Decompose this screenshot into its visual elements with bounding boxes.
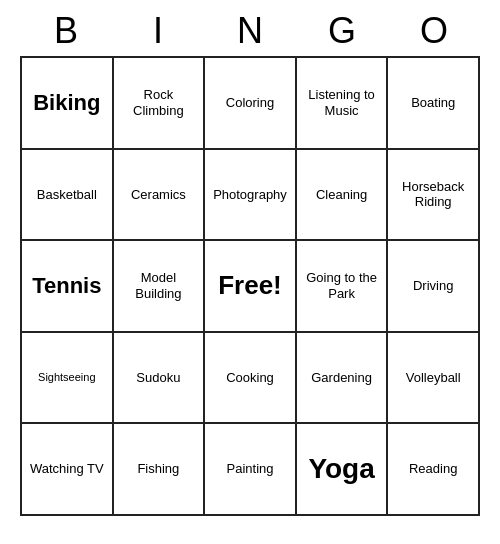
- title-letter: G: [298, 10, 386, 52]
- title-letter: N: [206, 10, 294, 52]
- bingo-cell-9: Horseback Riding: [388, 150, 480, 242]
- bingo-cell-22: Painting: [205, 424, 297, 516]
- title-letter: B: [22, 10, 110, 52]
- bingo-cell-1: Rock Climbing: [114, 58, 206, 150]
- title-letter: I: [114, 10, 202, 52]
- bingo-cell-19: Volleyball: [388, 333, 480, 425]
- bingo-cell-5: Basketball: [22, 150, 114, 242]
- bingo-cell-7: Photography: [205, 150, 297, 242]
- bingo-cell-6: Ceramics: [114, 150, 206, 242]
- bingo-cell-13: Going to the Park: [297, 241, 389, 333]
- bingo-cell-4: Boating: [388, 58, 480, 150]
- bingo-cell-24: Reading: [388, 424, 480, 516]
- bingo-cell-17: Cooking: [205, 333, 297, 425]
- bingo-cell-0: Biking: [22, 58, 114, 150]
- bingo-cell-2: Coloring: [205, 58, 297, 150]
- bingo-cell-12: Free!: [205, 241, 297, 333]
- bingo-grid: BikingRock ClimbingColoringListening to …: [20, 56, 480, 516]
- bingo-cell-16: Sudoku: [114, 333, 206, 425]
- bingo-cell-23: Yoga: [297, 424, 389, 516]
- bingo-cell-20: Watching TV: [22, 424, 114, 516]
- bingo-title: BINGO: [20, 10, 480, 52]
- bingo-cell-3: Listening to Music: [297, 58, 389, 150]
- title-letter: O: [390, 10, 478, 52]
- bingo-cell-21: Fishing: [114, 424, 206, 516]
- bingo-cell-14: Driving: [388, 241, 480, 333]
- bingo-cell-8: Cleaning: [297, 150, 389, 242]
- bingo-cell-15: Sightseeing: [22, 333, 114, 425]
- bingo-cell-18: Gardening: [297, 333, 389, 425]
- bingo-cell-10: Tennis: [22, 241, 114, 333]
- bingo-cell-11: Model Building: [114, 241, 206, 333]
